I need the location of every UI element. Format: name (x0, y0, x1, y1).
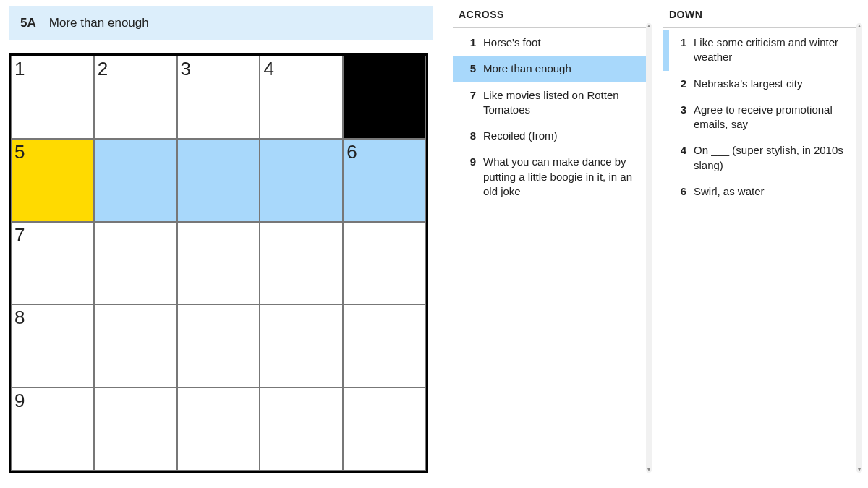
cell[interactable] (94, 304, 177, 388)
cell[interactable]: 3 (177, 56, 260, 139)
clue-text: Recoiled (from) (483, 129, 642, 143)
cell[interactable] (343, 388, 426, 471)
scroll-up-icon[interactable]: ▴ (856, 23, 862, 29)
crossword-grid[interactable]: 123456789 (9, 53, 428, 473)
cell-black (343, 56, 426, 139)
cell-number: 3 (181, 58, 191, 80)
current-clue-text: More than enough (49, 16, 149, 30)
down-column: DOWN 1Like some criticism and winter wea… (663, 6, 859, 473)
clue-text: What you can make dance by putting a lit… (483, 155, 642, 199)
clue-item[interactable]: 3Agree to receive promotional emails, sa… (663, 97, 859, 138)
cell[interactable] (260, 222, 343, 305)
clue-number: 1 (675, 35, 686, 65)
clue-number: 1 (464, 35, 476, 50)
clue-item[interactable]: 1Like some criticism and winter weather (663, 30, 859, 71)
crossword-app: 5A More than enough 123456789 ACROSS 1Ho… (0, 0, 868, 479)
cell[interactable] (343, 222, 426, 305)
across-scrollbar[interactable]: ▴ ▾ (646, 23, 652, 473)
cell[interactable] (177, 388, 260, 471)
scroll-down-icon[interactable]: ▾ (856, 467, 862, 473)
across-list: 1Horse's foot5More than enough7Like movi… (453, 30, 649, 205)
cell[interactable] (177, 222, 260, 305)
cell[interactable]: 4 (260, 56, 343, 139)
clue-number: 8 (464, 129, 476, 143)
cell[interactable] (260, 139, 343, 222)
clue-item[interactable]: 1Horse's foot (453, 30, 649, 56)
clue-lists: ACROSS 1Horse's foot5More than enough7Li… (453, 6, 859, 473)
cell-number: 9 (14, 390, 25, 412)
clue-item[interactable]: 5More than enough (453, 56, 649, 82)
left-panel: 5A More than enough 123456789 (9, 6, 433, 473)
cell[interactable]: 1 (11, 56, 94, 139)
clue-text: Agree to receive promotional emails, say (694, 103, 852, 132)
clue-number: 2 (675, 77, 686, 91)
scroll-up-icon[interactable]: ▴ (646, 23, 652, 29)
cell[interactable]: 2 (94, 56, 177, 139)
cell[interactable]: 5 (11, 139, 94, 222)
clue-number: 5 (464, 61, 476, 76)
clue-text: Like movies listed on Rotten Tomatoes (483, 88, 642, 118)
cell[interactable]: 9 (11, 388, 94, 471)
cell[interactable]: 7 (11, 222, 94, 305)
cell[interactable] (177, 304, 260, 388)
current-clue-id: 5A (20, 16, 36, 30)
clue-text: Nebraska's largest city (694, 77, 852, 91)
cell-number: 6 (346, 141, 357, 163)
cell[interactable] (94, 388, 177, 471)
clue-text: More than enough (483, 61, 642, 76)
clue-number: 7 (464, 88, 476, 118)
down-scrollbar[interactable]: ▴ ▾ (856, 23, 862, 473)
scroll-down-icon[interactable]: ▾ (646, 467, 652, 473)
cell[interactable] (177, 139, 260, 222)
down-heading: DOWN (663, 6, 859, 28)
cell-number: 8 (14, 307, 25, 329)
clue-number: 4 (675, 143, 686, 173)
clue-text: Like some criticism and winter weather (694, 35, 852, 65)
clue-text: On ___ (super stylish, in 2010s slang) (694, 143, 852, 173)
cell-number: 7 (14, 224, 25, 247)
cell-number: 4 (263, 58, 273, 80)
clue-number: 3 (675, 103, 686, 132)
across-column: ACROSS 1Horse's foot5More than enough7Li… (453, 6, 649, 473)
cell[interactable]: 8 (11, 304, 94, 388)
current-clue-bar[interactable]: 5A More than enough (9, 6, 433, 40)
clue-number: 6 (675, 184, 686, 199)
cell[interactable] (94, 139, 177, 222)
clue-item[interactable]: 9What you can make dance by putting a li… (453, 149, 649, 205)
cell[interactable] (260, 388, 343, 471)
cell[interactable] (94, 222, 177, 305)
cell-number: 2 (98, 58, 108, 80)
cell-number: 1 (14, 58, 25, 80)
cell[interactable] (343, 304, 426, 388)
across-heading: ACROSS (453, 6, 649, 28)
clue-item[interactable]: 7Like movies listed on Rotten Tomatoes (453, 82, 649, 124)
cell-number: 5 (14, 141, 25, 163)
down-list: 1Like some criticism and winter weather2… (663, 30, 859, 205)
clue-text: Swirl, as water (694, 184, 852, 199)
clue-item[interactable]: 2Nebraska's largest city (663, 71, 859, 97)
clue-text: Horse's foot (483, 35, 642, 50)
cell[interactable] (260, 304, 343, 388)
clue-item[interactable]: 4On ___ (super stylish, in 2010s slang) (663, 137, 859, 179)
clue-item[interactable]: 6Swirl, as water (663, 179, 859, 205)
cell[interactable]: 6 (343, 139, 426, 222)
clue-item[interactable]: 8Recoiled (from) (453, 123, 649, 149)
clue-number: 9 (464, 155, 476, 199)
